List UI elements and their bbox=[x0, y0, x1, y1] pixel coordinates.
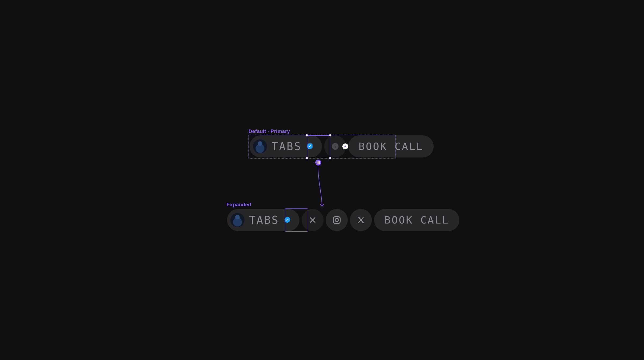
info-button[interactable] bbox=[324, 135, 346, 157]
default-row[interactable]: TABS BOOK CALL bbox=[250, 135, 434, 157]
close-icon bbox=[309, 216, 317, 224]
svg-rect-3 bbox=[334, 217, 341, 224]
instagram-icon bbox=[332, 215, 341, 225]
verified-badge-icon bbox=[306, 142, 314, 150]
verified-badge-icon bbox=[283, 216, 291, 224]
connector-arrow bbox=[315, 165, 331, 208]
svg-rect-1 bbox=[335, 146, 336, 148]
cta-label: BOOK CALL bbox=[348, 141, 434, 152]
state-label-default: Default · Primary bbox=[248, 128, 290, 134]
avatar bbox=[230, 213, 245, 227]
instagram-button[interactable] bbox=[326, 209, 348, 231]
x-twitter-button[interactable] bbox=[350, 209, 372, 231]
cta-label-expanded: BOOK CALL bbox=[374, 214, 459, 226]
lightning-badge bbox=[342, 143, 348, 149]
svg-point-2 bbox=[335, 145, 336, 145]
tabs-name-expanded: TABS bbox=[249, 214, 279, 226]
pause-icon bbox=[317, 161, 320, 164]
svg-point-4 bbox=[335, 218, 338, 222]
design-canvas[interactable]: Default · Primary Expanded TABS BOOK CAL… bbox=[127, 71, 517, 289]
x-twitter-icon bbox=[357, 216, 365, 224]
avatar bbox=[253, 139, 267, 154]
lightning-icon bbox=[344, 145, 347, 148]
tabs-pill-expanded[interactable]: TABS bbox=[227, 209, 299, 231]
book-call-button-expanded[interactable]: BOOK CALL bbox=[374, 209, 459, 231]
close-button[interactable] bbox=[302, 209, 324, 231]
book-call-button[interactable]: BOOK CALL bbox=[348, 135, 434, 157]
interaction-handle[interactable] bbox=[315, 160, 321, 165]
state-label-expanded: Expanded bbox=[226, 202, 251, 208]
tabs-pill[interactable]: TABS bbox=[250, 135, 322, 157]
expanded-row[interactable]: TABS BOOK CALL bbox=[227, 209, 459, 231]
tabs-name: TABS bbox=[272, 140, 302, 153]
svg-point-5 bbox=[338, 218, 339, 219]
info-icon bbox=[331, 142, 339, 150]
